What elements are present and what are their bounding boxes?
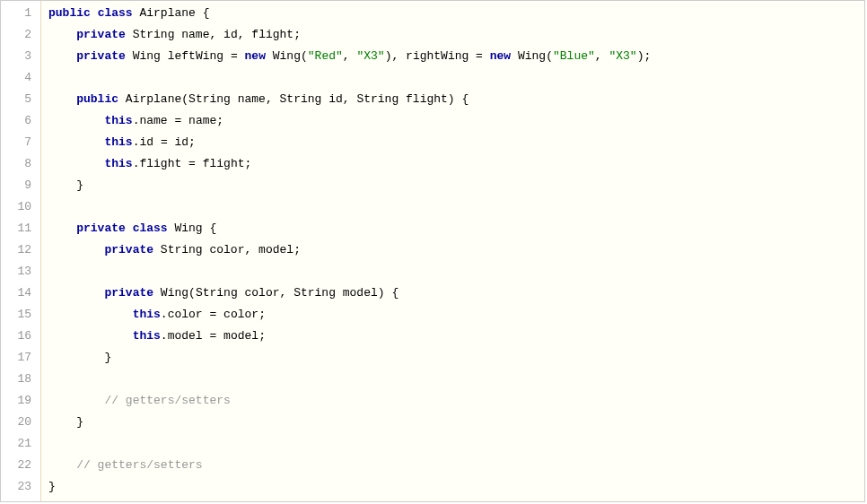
code-token: . [161,308,168,321]
code-token [48,415,76,429]
code-token: "X3" [356,49,384,63]
code-line: public Airplane(String name, String id, … [48,89,864,110]
code-line [48,196,864,218]
code-token: color [209,243,244,256]
line-number: 23 [6,476,31,498]
code-token: name [139,114,167,127]
code-token: Wing [174,222,202,235]
code-token [48,329,133,343]
code-token: ) [448,92,455,106]
line-number: 15 [6,304,31,326]
code-token [196,6,203,20]
code-token: ; [216,114,223,127]
code-token: flight [139,157,181,170]
code-token [216,308,223,321]
code-token [483,49,490,63]
line-number: 8 [6,153,31,175]
line-number: 22 [6,455,31,476]
code-token [203,222,210,235]
code-token [126,222,133,235]
code-token: ; [293,243,301,256]
code-token [238,286,245,300]
code-token [398,49,406,63]
code-token: "Blue" [553,49,595,63]
code-token [48,157,104,170]
code-token: String [196,286,238,300]
code-token [48,92,76,106]
code-line: this.id = id; [48,132,864,153]
code-token: ; [258,308,266,321]
code-token: class [98,6,133,20]
code-token: , [595,49,602,63]
code-token [251,243,258,256]
line-number: 12 [6,239,31,261]
code-token: = [188,157,196,170]
line-number: 11 [6,218,31,239]
code-line: private Wing(String color, String model)… [48,282,864,304]
code-token [153,286,161,300]
code-line: private String name, id, flight; [48,24,864,46]
code-token: // getters/setters [104,394,230,407]
code-token [48,49,76,63]
code-line: } [48,412,864,433]
code-token [48,114,104,127]
code-token: flight [406,92,448,106]
line-number: 1 [6,3,31,24]
code-token [216,28,223,41]
code-token: id [139,135,153,149]
code-token [181,157,188,170]
code-token: = [476,49,483,63]
code-token [48,308,133,321]
code-line: } [48,175,864,196]
code-token [153,243,161,256]
code-token: ; [188,135,196,149]
code-token [238,49,245,63]
code-token: color [223,308,258,321]
code-token: } [48,480,56,493]
code-token: Wing [273,49,301,63]
code-token [48,286,104,300]
line-number: 20 [6,412,31,433]
code-token: model [258,243,293,256]
code-token: class [133,222,168,235]
code-line [48,433,864,455]
code-token: Airplane [126,92,181,106]
code-line: private String color, model; [48,239,864,261]
code-token [126,49,133,63]
code-token: private [76,28,126,41]
code-token: private [104,243,153,256]
code-token [48,351,104,364]
code-token: this [104,114,132,127]
code-token: private [76,222,126,235]
code-editor: 1234567891011121314151617181920212223 pu… [0,0,865,502]
code-token: Wing [161,286,188,300]
code-line: } [48,347,864,369]
code-token [286,286,293,300]
code-area: public class Airplane { private String n… [41,1,864,501]
code-token: } [76,415,83,429]
line-number-gutter: 1234567891011121314151617181920212223 [1,1,41,501]
code-token [48,28,76,41]
code-token [266,49,273,63]
code-token: private [104,286,153,300]
code-token: Wing [518,49,546,63]
code-line: } [48,476,864,498]
code-token [231,92,238,106]
code-token: } [104,351,111,364]
code-token: model [223,329,258,343]
line-number: 7 [6,132,31,153]
code-token: String [188,92,231,106]
code-token: ( [546,49,553,63]
code-token: flight [251,28,293,41]
code-token [321,92,328,106]
code-token: Wing [133,49,161,63]
line-number: 6 [6,110,31,132]
code-token [196,157,203,170]
code-token: ( [188,286,196,300]
code-token: name [238,92,266,106]
code-token: id [223,28,238,41]
code-line: // getters/setters [48,455,864,476]
code-token: = [231,49,238,63]
code-token: color [168,308,203,321]
code-token: = [161,135,168,149]
